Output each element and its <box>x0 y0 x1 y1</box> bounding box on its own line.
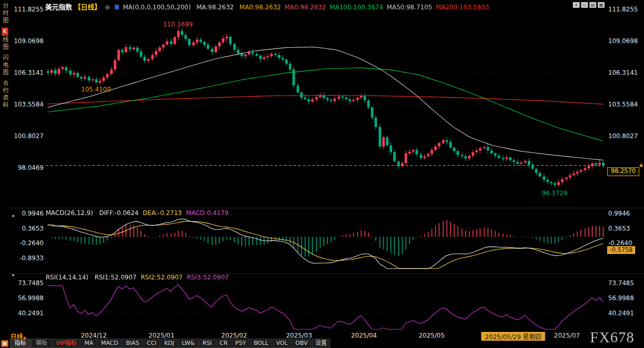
indicator-value: MACD:0.4179 <box>186 209 229 217</box>
macd-panel-canvas[interactable] <box>46 209 605 270</box>
candlestick-chart-canvas[interactable] <box>46 9 605 207</box>
price-marker-icon: ▲ <box>639 162 643 167</box>
rsi-title: RSI(14,14,14) <box>46 274 88 281</box>
price-annotation: 110.1699 <box>163 21 193 28</box>
toolbar-item-10[interactable]: PSY <box>232 339 249 348</box>
ma-value: MA0:98.2632 <box>239 4 281 11</box>
toolbar-item-13[interactable]: OBV <box>292 339 311 348</box>
rsi-value-list: RSI1:52.0907RSI2:52.0907RSI3:52.0907 <box>90 274 229 281</box>
macd-y-tick: -0.2640 <box>608 239 642 247</box>
toolbar-tab-1[interactable]: 指标 <box>10 339 31 348</box>
ma-values: MA0:98.2632MA0:98.2632MA100:100.3674MA50… <box>236 4 489 11</box>
x-axis-label: 2025/07 <box>554 332 580 339</box>
main-y-tick: 109.0698 <box>14 37 44 45</box>
main-y-tick: 100.8027 <box>608 132 642 140</box>
add-panel-icon[interactable]: + <box>573 2 580 8</box>
rsi-y-tick: 73.7485 <box>14 279 44 287</box>
x-axis-label: 2024/12 <box>81 332 107 339</box>
trading-terminal: 分时图K线图闪电图合约资料 美元指数 【日线】 ⊕ MA(0,0,0,100,5… <box>0 0 644 348</box>
x-axis-label: 2025/05 <box>419 332 445 339</box>
sidebar-tab-1[interactable]: 分时图 <box>1 2 8 24</box>
ma-settings: MA(0,0,0,100,50,200) <box>123 4 191 11</box>
main-y-tick: 111.8255 <box>608 6 642 13</box>
macd-panel-expand-icon[interactable]: ▸ <box>12 213 15 218</box>
indicator-value: DEA:-0.2713 <box>143 209 182 217</box>
watermark: FX678 <box>590 329 635 346</box>
ma-main-value: MA:98.2632 <box>196 4 234 11</box>
symbol-title: 美元指数 <box>45 3 72 11</box>
toolbar-item-9[interactable]: CR <box>216 339 231 348</box>
panel-separator <box>9 208 644 208</box>
macd-right-highlight: -0.5758 <box>607 246 635 254</box>
macd-value-list: DIFF:-0.0624DEA:-0.2713MACD:0.4179 <box>95 209 229 217</box>
bottom-toolbar: ▦指标模板VIP指标MAMACDBIASCCIKDJLW&RSICRPSYBOL… <box>0 339 364 348</box>
layout-quad-icon[interactable]: ▦ <box>598 2 605 8</box>
toolbar-item-14[interactable]: 设置 <box>312 339 330 348</box>
toolbar-item-12[interactable]: VOL <box>273 339 291 348</box>
ma-value: MA50:98.7105 <box>387 4 433 11</box>
ma-value: MA200:103.5833 <box>436 4 489 11</box>
main-y-tick: 98.0469 <box>14 164 44 171</box>
x-axis-label: 2025/02 <box>221 332 247 339</box>
x-axis-label: 2025/01 <box>149 332 175 339</box>
ma-value: MA0:98.2632 <box>285 4 326 11</box>
main-y-tick: 103.5584 <box>608 101 642 108</box>
main-y-tick: 109.0698 <box>608 37 642 45</box>
indicator-flag-icon <box>115 5 119 9</box>
main-y-tick: 106.3141 <box>14 69 44 76</box>
rsi-y-tick: 73.7485 <box>608 279 642 287</box>
indicator-value: RSI2:52.0907 <box>141 274 183 281</box>
indicator-value: RSI1:52.0907 <box>95 274 137 281</box>
last-price-box: 98.2570 <box>607 167 639 176</box>
sidebar-tab-3[interactable]: 闪电图 <box>1 54 8 76</box>
layout-dual-icon[interactable]: ▤ <box>589 2 596 8</box>
indicator-value: DIFF:-0.0624 <box>99 209 139 217</box>
main-y-tick: 103.5584 <box>14 101 44 108</box>
macd-y-tick: -0.2640 <box>14 239 44 247</box>
macd-y-tick: 0.9946 <box>14 210 44 217</box>
macd-y-tick: -0.8933 <box>14 255 44 262</box>
toolbar-item-2[interactable]: MA <box>81 339 97 348</box>
layout-single-icon[interactable]: ▭ <box>581 2 588 8</box>
price-annotation: 96.3729 <box>542 190 568 197</box>
rsi-panel-expand-icon[interactable]: ▸ <box>12 272 15 277</box>
main-y-tick: 111.8255 <box>14 6 44 13</box>
main-y-tick: 100.8027 <box>14 132 44 140</box>
macd-y-tick: 0.3653 <box>14 225 44 232</box>
macd-label-row: MACD(26,12,9) DIFF:-0.0624DEA:-0.2713MAC… <box>46 209 229 217</box>
toolbar-tab-2[interactable]: 模板 <box>31 339 52 348</box>
period-tag: 【日线】 <box>74 3 101 11</box>
chart-header: 美元指数 【日线】 ⊕ MA(0,0,0,100,50,200) MA:98.2… <box>45 2 489 10</box>
rsi-y-tick: 40.2491 <box>608 310 642 317</box>
toolbar-item-1[interactable]: VIP指标 <box>52 339 80 348</box>
price-annotation: 105.4100 <box>81 86 111 93</box>
toolbar-item-3[interactable]: MACD <box>97 339 122 348</box>
rsi-y-tick: 40.2491 <box>14 310 44 317</box>
toolbar-item-5[interactable]: CCI <box>143 339 160 348</box>
rsi-y-tick: 56.9988 <box>608 295 642 302</box>
rsi-panel-canvas[interactable] <box>46 275 605 331</box>
toolbar-item-6[interactable]: KDJ <box>160 339 178 348</box>
rsi-y-tick: 56.9988 <box>14 295 44 302</box>
toolbar-item-8[interactable]: RSI <box>199 339 216 348</box>
x-axis-label: 2025/04 <box>351 332 377 339</box>
macd-title: MACD(26,12,9) <box>46 209 93 217</box>
toolbar-item-7[interactable]: LW& <box>178 339 198 348</box>
macd-y-tick: 0.3653 <box>608 225 642 232</box>
indicator-value: RSI3:52.0907 <box>187 274 229 281</box>
indicator-grid-icon[interactable]: ▦ <box>1 340 8 347</box>
window-controls: +▭▤▦ <box>573 2 605 8</box>
toolbar-item-4[interactable]: BIAS <box>122 339 142 348</box>
left-sidebar: 分时图K线图闪电图合约资料 <box>0 2 9 112</box>
crosshair-date-label: 2025/05/29 星期四 <box>481 332 545 341</box>
ma-value: MA100:100.3674 <box>330 4 383 11</box>
sidebar-tab-4[interactable]: 合约资料 <box>1 79 8 109</box>
x-axis-label: 2025/03 <box>286 332 312 339</box>
main-y-tick: 106.3141 <box>608 69 642 76</box>
expand-icon[interactable]: ⊕ <box>105 4 110 11</box>
macd-y-tick: 0.9946 <box>608 210 642 217</box>
sidebar-tab-2[interactable]: K线图 <box>1 28 8 50</box>
rsi-label-row: RSI(14,14,14) RSI1:52.0907RSI2:52.0907RS… <box>46 274 229 281</box>
toolbar-item-11[interactable]: BOLL <box>250 339 272 348</box>
